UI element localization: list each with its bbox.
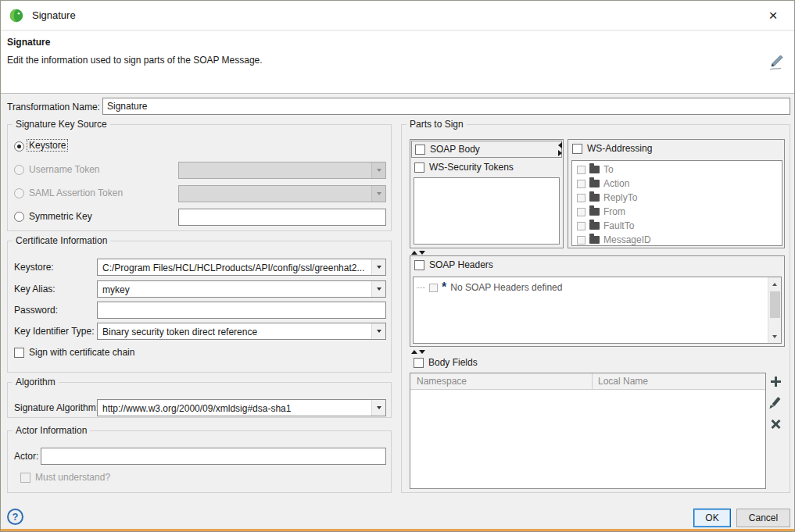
signature-key-source-title: Signature Key Source bbox=[13, 119, 110, 130]
no-soap-headers-item: * No SOAP Headers defined bbox=[417, 280, 562, 295]
signature-dialog: Signature × Signature Edit the informati… bbox=[0, 0, 795, 532]
ws-security-tokens-list[interactable] bbox=[414, 177, 560, 245]
app-icon bbox=[8, 7, 25, 24]
folder-icon bbox=[589, 208, 600, 216]
item-checkbox bbox=[577, 166, 586, 174]
keystore-combo-value: C:/Program Files/HCL/HCLProducts/API/con… bbox=[102, 262, 370, 273]
transformation-name-input[interactable] bbox=[102, 98, 790, 115]
body-fields-label: Body Fields bbox=[428, 357, 478, 368]
ws-addressing-item-messageid: MessageID bbox=[577, 233, 651, 247]
certificate-information-group: Certificate Information Keystore: C:/Pro… bbox=[7, 241, 392, 373]
item-label: From bbox=[603, 206, 625, 217]
no-soap-headers-text: No SOAP Headers defined bbox=[450, 282, 562, 293]
signature-key-source-group: Signature Key Source Keystore Username T… bbox=[7, 124, 392, 231]
chevron-down-icon[interactable] bbox=[371, 400, 385, 416]
soap-headers-checkbox[interactable] bbox=[414, 260, 424, 270]
symmetric-key-radio[interactable] bbox=[14, 212, 24, 222]
item-label: Action bbox=[603, 178, 629, 189]
chevron-down-icon bbox=[371, 186, 385, 202]
ws-addressing-item-to: To bbox=[577, 162, 614, 177]
sign-with-certificate-chain-label: Sign with certificate chain bbox=[29, 347, 134, 358]
symmetric-key-input[interactable] bbox=[178, 209, 386, 226]
soap-headers-scrollbar[interactable] bbox=[768, 277, 781, 343]
chevron-down-icon[interactable] bbox=[371, 281, 385, 297]
chevron-down-icon[interactable] bbox=[371, 259, 385, 275]
body-fields-checkbox[interactable] bbox=[414, 358, 424, 368]
cancel-button[interactable]: Cancel bbox=[736, 509, 790, 527]
chevron-down-icon[interactable] bbox=[371, 323, 385, 339]
key-alias-combo-value: mykey bbox=[102, 284, 370, 295]
titlebar: Signature × bbox=[1, 1, 794, 30]
soap-body-checkbox[interactable] bbox=[415, 145, 425, 155]
actor-input[interactable] bbox=[41, 448, 386, 465]
key-alias-label: Key Alias: bbox=[14, 284, 56, 295]
transformation-name-label: Transformation Name: bbox=[7, 102, 100, 112]
username-token-radio bbox=[14, 165, 24, 175]
key-identifier-type-label: Key Identifier Type: bbox=[14, 326, 95, 337]
scroll-down-icon[interactable] bbox=[768, 330, 781, 343]
key-identifier-type-combo[interactable]: Binary security token direct reference bbox=[97, 323, 386, 340]
tree-connector bbox=[417, 287, 425, 288]
item-checkbox bbox=[577, 194, 586, 202]
header-field-icon: * bbox=[442, 284, 446, 292]
soap-headers-panel: SOAP Headers * No SOAP Headers defined bbox=[410, 255, 785, 347]
item-checkbox bbox=[577, 222, 586, 230]
must-understand-checkbox bbox=[20, 473, 30, 483]
username-token-radio-label: Username Token bbox=[29, 164, 100, 175]
ws-addressing-checkbox[interactable] bbox=[572, 144, 582, 154]
keystore-combo[interactable]: C:/Program Files/HCL/HCLProducts/API/con… bbox=[97, 259, 386, 276]
symmetric-key-radio-label[interactable]: Symmetric Key bbox=[29, 211, 92, 222]
parts-to-sign-title: Parts to Sign bbox=[406, 119, 467, 130]
horizontal-splitter-handle[interactable] bbox=[411, 251, 425, 255]
saml-assertion-token-radio bbox=[14, 188, 24, 198]
header-title: Signature bbox=[7, 37, 50, 48]
password-label: Password: bbox=[14, 305, 58, 316]
keystore-radio[interactable] bbox=[14, 141, 24, 152]
add-icon[interactable] bbox=[769, 376, 782, 388]
signature-algorithm-label: Signature Algorithm: bbox=[14, 402, 98, 413]
item-checkbox bbox=[577, 208, 586, 216]
saml-assertion-token-combo bbox=[178, 185, 386, 202]
signature-algorithm-combo[interactable]: http://www.w3.org/2000/09/xmldsig#dsa-sh… bbox=[97, 399, 386, 416]
soap-headers-label: SOAP Headers bbox=[429, 259, 493, 270]
ws-addressing-item-action: Action bbox=[577, 177, 629, 191]
ok-button[interactable]: OK bbox=[693, 509, 731, 527]
actor-information-group: Actor Information Actor: Must understand… bbox=[7, 430, 392, 493]
item-label: ReplyTo bbox=[603, 192, 637, 203]
username-token-combo bbox=[178, 162, 386, 179]
delete-icon[interactable] bbox=[769, 418, 782, 430]
header-description: Edit the information used to sign parts … bbox=[7, 55, 263, 66]
body-fields-toolbar bbox=[769, 376, 782, 430]
ws-security-tokens-label: WS-Security Tokens bbox=[429, 162, 514, 173]
column-divider bbox=[592, 373, 593, 390]
dialog-header: Signature Edit the information used to s… bbox=[1, 31, 794, 94]
horizontal-splitter-handle-2[interactable] bbox=[411, 350, 425, 354]
ws-addressing-item-from: From bbox=[577, 205, 625, 219]
key-alias-combo[interactable]: mykey bbox=[97, 280, 386, 298]
algorithm-title: Algorithm bbox=[13, 377, 59, 387]
item-label: MessageID bbox=[603, 234, 651, 245]
soap-body-row: SOAP Body bbox=[411, 141, 562, 158]
item-checkbox bbox=[429, 284, 438, 292]
close-icon[interactable]: × bbox=[759, 3, 787, 28]
sign-with-certificate-chain-checkbox[interactable] bbox=[14, 348, 24, 358]
edit-icon[interactable] bbox=[769, 397, 782, 409]
saml-assertion-token-radio-label: SAML Assertion Token bbox=[29, 187, 123, 198]
ws-security-tokens-checkbox[interactable] bbox=[414, 162, 424, 173]
folder-icon bbox=[589, 180, 600, 187]
must-understand-label: Must understand? bbox=[35, 472, 110, 483]
certificate-information-title: Certificate Information bbox=[13, 235, 110, 246]
item-checkbox bbox=[577, 236, 586, 245]
ws-addressing-item-replyto: ReplyTo bbox=[577, 191, 637, 205]
password-input[interactable] bbox=[97, 302, 386, 319]
vertical-splitter-handle[interactable] bbox=[558, 142, 562, 156]
scroll-up-icon[interactable] bbox=[768, 277, 781, 291]
scrollbar-thumb[interactable] bbox=[770, 291, 780, 318]
item-label: To bbox=[603, 164, 614, 175]
soap-headers-tree: * No SOAP Headers defined bbox=[413, 277, 782, 344]
help-icon[interactable]: ? bbox=[7, 509, 23, 525]
column-namespace: Namespace bbox=[417, 376, 467, 387]
keystore-radio-label[interactable]: Keystore bbox=[27, 140, 67, 151]
body-fields-table: Namespace Local Name bbox=[410, 373, 766, 489]
keystore-label: Keystore: bbox=[14, 262, 54, 273]
